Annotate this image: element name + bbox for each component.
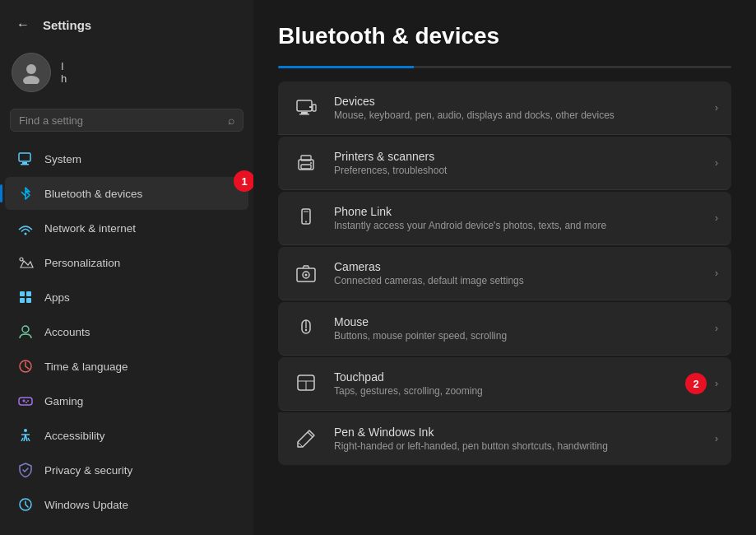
sidebar-item-apps[interactable]: Apps	[5, 281, 248, 314]
svg-rect-26	[301, 165, 311, 169]
network-icon	[16, 219, 35, 237]
svg-rect-4	[21, 164, 29, 165]
setting-item-devices[interactable]: Devices Mouse, keyboard, pen, audio, dis…	[278, 81, 731, 135]
search-icon: ⌕	[228, 114, 234, 127]
accounts-icon	[16, 323, 35, 341]
chevron-devices: ›	[715, 102, 718, 114]
chevron-printers: ›	[715, 157, 718, 169]
chevron-mouse: ›	[715, 323, 718, 334]
setting-name-pen: Pen & Windows Ink	[334, 426, 702, 439]
setting-item-touchpad[interactable]: Touchpad Taps, gestures, scrolling, zoom…	[278, 357, 731, 411]
svg-rect-7	[20, 291, 25, 296]
pen-icon	[291, 424, 321, 454]
sidebar-item-system[interactable]: System	[5, 142, 248, 175]
setting-name-devices: Devices	[334, 95, 702, 108]
sidebar-item-accounts[interactable]: Accounts	[5, 315, 248, 348]
user-name: I	[61, 60, 67, 72]
printers-icon	[291, 148, 321, 178]
svg-point-16	[24, 429, 27, 432]
sidebar-item-time[interactable]: Time & language	[5, 350, 248, 383]
svg-rect-20	[301, 112, 308, 114]
gaming-icon	[16, 392, 35, 410]
setting-desc-devices: Mouse, keyboard, pen, audio, displays an…	[334, 109, 702, 121]
setting-item-phone[interactable]: Phone Link Instantly access your Android…	[278, 192, 731, 245]
setting-desc-pen: Right-handed or left-handed, pen button …	[334, 440, 702, 452]
sidebar-item-update[interactable]: Windows Update	[5, 488, 248, 521]
sidebar-item-network-label: Network & internet	[44, 222, 136, 235]
svg-rect-21	[299, 114, 309, 115]
setting-name-cameras: Cameras	[334, 260, 702, 273]
main-content: Bluetooth & devices Devices Mouse, keybo…	[253, 0, 756, 535]
avatar	[12, 53, 51, 92]
sidebar-item-personalization[interactable]: Personalization	[5, 246, 248, 279]
page-title: Bluetooth & devices	[278, 23, 731, 49]
app-title: Settings	[43, 18, 91, 32]
chevron-pen: ›	[715, 433, 718, 444]
svg-rect-23	[309, 106, 312, 108]
setting-item-cameras[interactable]: Cameras Connected cameras, default image…	[278, 247, 731, 300]
sidebar-item-accessibility[interactable]: Accessibility	[5, 419, 248, 452]
svg-point-36	[305, 329, 307, 331]
sidebar-item-network[interactable]: Network & internet	[5, 212, 248, 244]
settings-list: Devices Mouse, keyboard, pen, audio, dis…	[278, 81, 731, 465]
svg-point-11	[22, 326, 29, 333]
svg-point-1	[23, 76, 39, 84]
svg-point-5	[25, 233, 27, 235]
apps-icon	[16, 288, 35, 306]
setting-text-mouse: Mouse Buttons, mouse pointer speed, scro…	[334, 315, 702, 342]
update-icon	[16, 495, 35, 514]
setting-item-pen[interactable]: Pen & Windows Ink Right-handed or left-h…	[278, 412, 731, 465]
accessibility-icon	[16, 426, 35, 444]
user-subtitle: h	[61, 72, 67, 85]
sidebar-item-gaming[interactable]: Gaming	[5, 384, 248, 417]
setting-desc-printers: Preferences, troubleshoot	[334, 165, 702, 176]
devices-icon	[291, 93, 321, 123]
setting-item-mouse[interactable]: Mouse Buttons, mouse pointer speed, scro…	[278, 302, 731, 356]
svg-point-6	[20, 258, 23, 261]
sidebar-item-gaming-label: Gaming	[44, 395, 83, 407]
touchpad-icon	[291, 369, 321, 398]
back-button[interactable]: ←	[12, 13, 35, 36]
sidebar-item-accounts-label: Accounts	[44, 326, 90, 338]
svg-point-0	[26, 64, 36, 74]
phone-icon	[291, 203, 321, 233]
setting-desc-cameras: Connected cameras, default image setting…	[334, 275, 702, 286]
svg-rect-3	[22, 162, 27, 164]
chevron-touchpad: ›	[715, 378, 718, 389]
search-input[interactable]	[19, 114, 221, 127]
privacy-icon	[16, 461, 35, 479]
personalization-icon	[16, 254, 35, 272]
setting-desc-phone: Instantly access your Android device's p…	[334, 220, 702, 231]
sidebar-item-time-label: Time & language	[44, 361, 128, 373]
svg-rect-13	[19, 398, 32, 405]
svg-rect-9	[20, 298, 25, 303]
user-info: I h	[61, 60, 67, 85]
search-box[interactable]: ⌕	[10, 109, 243, 132]
svg-rect-8	[26, 291, 31, 296]
time-icon	[16, 357, 35, 375]
annotation-badge-2: 2	[685, 373, 707, 394]
sidebar-item-privacy[interactable]: Privacy & security	[5, 454, 248, 486]
sidebar-item-bluetooth[interactable]: Bluetooth & devices 1	[5, 177, 248, 210]
sidebar-item-system-label: System	[44, 153, 81, 165]
setting-text-printers: Printers & scanners Preferences, trouble…	[334, 150, 702, 176]
svg-rect-22	[313, 105, 316, 111]
svg-point-29	[305, 221, 307, 223]
sidebar-item-update-label: Windows Update	[44, 499, 128, 511]
setting-name-touchpad: Touchpad	[334, 370, 702, 384]
setting-desc-touchpad: Taps, gestures, scrolling, zooming	[334, 385, 702, 397]
svg-point-33	[305, 274, 308, 277]
chevron-phone: ›	[715, 212, 718, 224]
progress-strip	[278, 66, 731, 68]
cameras-icon	[291, 258, 321, 288]
sidebar-item-privacy-label: Privacy & security	[44, 464, 132, 477]
setting-text-devices: Devices Mouse, keyboard, pen, audio, dis…	[334, 95, 702, 121]
setting-name-printers: Printers & scanners	[334, 150, 702, 163]
setting-text-phone: Phone Link Instantly access your Android…	[334, 205, 702, 231]
sidebar-item-personalization-label: Personalization	[44, 257, 120, 269]
svg-rect-19	[297, 100, 312, 111]
setting-item-printers[interactable]: Printers & scanners Preferences, trouble…	[278, 137, 731, 190]
system-icon	[16, 150, 35, 168]
svg-point-27	[310, 162, 312, 164]
sidebar-item-accessibility-label: Accessibility	[44, 430, 105, 442]
